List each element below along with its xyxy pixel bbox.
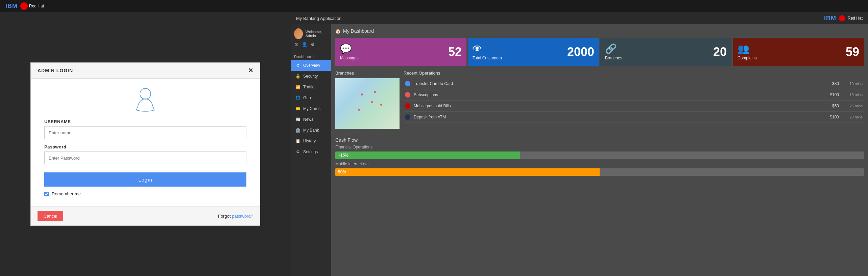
- sidebar-label-4: My Cards: [303, 106, 320, 111]
- username-label: USERNAME: [44, 119, 246, 124]
- sidebar-item-geo[interactable]: 🌐Geo: [291, 92, 331, 103]
- branches-title: Branches: [335, 71, 400, 76]
- remember-checkbox[interactable]: [44, 192, 49, 196]
- sidebar-profile: Welcome, Admin ✉ 👤 ⚙: [291, 24, 331, 51]
- username-input[interactable]: [44, 126, 246, 139]
- top-bar-logos: IBM Red Hat: [5, 2, 44, 10]
- map-placeholder: [335, 78, 400, 129]
- sidebar-label-8: Settings: [303, 149, 318, 154]
- close-button[interactable]: ✕: [248, 67, 253, 74]
- profile-icons: ✉ 👤 ⚙: [294, 42, 315, 47]
- progress-bar-financial: +15%: [335, 151, 864, 159]
- forgot-password-link[interactable]: password?: [232, 214, 253, 219]
- cancel-button[interactable]: Cancel: [38, 211, 63, 221]
- profile-row: Welcome, Admin: [294, 28, 328, 39]
- ops-icon-2: [405, 103, 410, 109]
- sidebar-icon-3: 🌐: [295, 95, 300, 100]
- stat-card-icon-0: 💬: [340, 43, 359, 54]
- password-input[interactable]: [44, 151, 246, 164]
- ops-amount-0: $30: [822, 81, 839, 86]
- cashflow-title: Cash Flow: [335, 137, 864, 143]
- login-modal: ADMIN LOGIN ✕ USERNAME Password: [30, 62, 260, 226]
- divider: [335, 134, 864, 134]
- recent-ops-title: Recent Operations: [404, 71, 864, 76]
- modal-footer: Cancel Forgot password?: [31, 206, 260, 225]
- settings-icon[interactable]: ⚙: [311, 42, 315, 47]
- main-content: ADMIN LOGIN ✕ USERNAME Password: [0, 12, 868, 276]
- sidebar-label-6: My Bank: [303, 128, 319, 133]
- sidebar-section-label: Dashboard: [291, 51, 331, 60]
- stat-card-label-1: Total Customers: [473, 56, 502, 60]
- sidebar-icon-0: ⚙: [295, 63, 300, 68]
- redhat-icon: [20, 2, 28, 10]
- map-dot: [361, 93, 363, 95]
- sidebar-item-my-cards[interactable]: 💳My Cards: [291, 103, 331, 114]
- modal-title: ADMIN LOGIN: [38, 68, 73, 73]
- stat-card-left-0: 💬 Messages: [340, 43, 359, 60]
- mail-icon[interactable]: ✉: [295, 42, 298, 47]
- username-group: USERNAME: [44, 119, 246, 139]
- stat-card-messages: 💬 Messages 52: [335, 38, 466, 66]
- cashflow-sub: Financial Operations: [335, 145, 864, 149]
- modal-body: USERNAME Password Login Remember me: [31, 79, 260, 206]
- progress-bg-2: 50%: [335, 168, 864, 176]
- sidebar-item-overview[interactable]: ⚙Overview: [291, 60, 331, 71]
- sidebar-item-settings[interactable]: ⚙Settings: [291, 146, 331, 157]
- mid-section: Branches Recent Operatio: [335, 71, 864, 129]
- login-button[interactable]: Login: [44, 172, 246, 187]
- avatar: [294, 28, 303, 39]
- map-background: [335, 78, 400, 129]
- sidebar-item-news[interactable]: 📰News: [291, 114, 331, 125]
- sidebar-items: ⚙Overview🔒Security📶Traffic🌐Geo💳My Cards📰…: [291, 60, 331, 157]
- ops-name-3: Deposit from ATM: [414, 115, 819, 119]
- mobile-label: Mobile,internet etc: [335, 162, 864, 166]
- progress-fill-2: 50%: [335, 168, 600, 176]
- recent-ops-section: Recent Operations Transfer Card to Card …: [404, 71, 864, 129]
- sidebar-item-security[interactable]: 🔒Security: [291, 71, 331, 82]
- stat-card-left-1: 👁 Total Customers: [473, 43, 502, 60]
- avatar-image: [294, 28, 303, 39]
- ops-row-3: Deposit from ATM $100 28 mins: [404, 112, 864, 123]
- sidebar-item-traffic[interactable]: 📶Traffic: [291, 82, 331, 92]
- sidebar-item-my-bank[interactable]: 🏦My Bank: [291, 125, 331, 136]
- branches-section: Branches: [335, 71, 400, 129]
- sidebar: Welcome, Admin ✉ 👤 ⚙ Dashboard ⚙Overview…: [291, 24, 331, 276]
- sidebar-icon-2: 📶: [295, 85, 300, 89]
- app-ibm-logo: IBM: [824, 15, 836, 22]
- sidebar-label-0: Overview: [303, 63, 320, 68]
- ops-icon-3: [405, 114, 410, 120]
- ops-amount-1: $100: [822, 92, 839, 97]
- modal-header: ADMIN LOGIN ✕: [31, 63, 260, 79]
- sidebar-label-3: Geo: [303, 95, 311, 100]
- user-icon[interactable]: 👤: [302, 42, 307, 47]
- dashboard-content: 🏠 My Dashboard 💬 Messages 52 👁 Total Cus…: [331, 24, 868, 276]
- stat-card-label-2: Branches: [605, 56, 622, 60]
- sidebar-label-5: News: [303, 117, 313, 122]
- map-dot: [371, 101, 373, 103]
- ops-list: Transfer Card to Card $30 10 mins Subscr…: [404, 78, 864, 123]
- stat-card-total-customers: 👁 Total Customers 2000: [468, 38, 599, 66]
- sidebar-icon-7: 📋: [295, 139, 300, 143]
- app-layout: Welcome, Admin ✉ 👤 ⚙ Dashboard ⚙Overview…: [291, 24, 868, 276]
- sidebar-icon-6: 🏦: [295, 128, 300, 133]
- password-label: Password: [44, 144, 246, 149]
- ops-time-0: 10 mins: [842, 82, 863, 86]
- welcome-text: Welcome, Admin: [306, 30, 328, 38]
- stat-card-number-1: 2000: [567, 45, 594, 59]
- password-group: Password: [44, 144, 246, 164]
- map-dot: [358, 109, 360, 111]
- progress-fill-1: +15%: [335, 151, 520, 159]
- dashboard-icon: 🏠: [335, 28, 341, 34]
- stat-card-icon-2: 🔗: [605, 43, 622, 54]
- sidebar-item-history[interactable]: 📋History: [291, 136, 331, 146]
- map-dot: [380, 104, 382, 106]
- avatar-area: [44, 85, 246, 112]
- progress-bg-1: +15%: [335, 151, 864, 159]
- sidebar-label-2: Traffic: [303, 85, 314, 89]
- ops-time-1: 15 mins: [842, 93, 863, 97]
- right-panel: My Banking Application IBM Red Hat Welco…: [291, 12, 868, 276]
- stat-card-number-0: 52: [448, 45, 462, 59]
- stat-card-complains: 👥 Complains 59: [733, 38, 864, 66]
- svg-point-0: [140, 88, 151, 99]
- app-top-logos: IBM Red Hat: [824, 15, 863, 22]
